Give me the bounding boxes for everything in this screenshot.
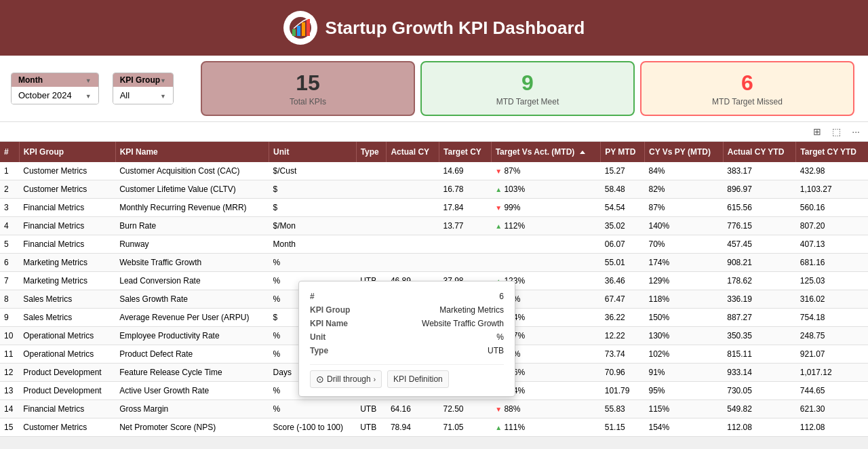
table-row[interactable]: 6 Marketing Metrics Website Traffic Grow… — [0, 254, 868, 272]
cell-py-mtd: 36.46 — [601, 272, 645, 290]
cell-cy-vs-py: 95% — [644, 382, 723, 400]
cell-py-mtd: 58.48 — [601, 180, 645, 199]
popup-kpi-name-value: Website Traffic Growth — [422, 319, 504, 328]
cell-actual-ytd: 730.05 — [723, 382, 796, 400]
cell-unit: % — [269, 254, 357, 272]
cell-kpi-name: Burn Rate — [115, 217, 269, 235]
table-row[interactable]: 14 Financial Metrics Gross Margin % UTB … — [0, 400, 868, 418]
kpi-group-value-chevron-icon — [160, 90, 166, 100]
cell-kpi-group: Marketing Metrics — [19, 272, 115, 290]
cell-kpi-group: Operational Metrics — [19, 345, 115, 364]
kpi-definition-label: KPI Definition — [393, 374, 443, 384]
cell-py-mtd: 36.22 — [601, 309, 645, 327]
cell-py-mtd: 67.47 — [601, 290, 645, 309]
cell-py-mtd: 70.96 — [601, 364, 645, 382]
cell-actual-ytd: 815.11 — [723, 345, 796, 364]
mtd-missed-label: MTD Target Missed — [655, 97, 840, 106]
popup-num-label: # — [310, 292, 315, 301]
cell-kpi-name: Net Promoter Score (NPS) — [115, 418, 269, 437]
cell-kpi-name: Feature Release Cycle Time — [115, 364, 269, 382]
cell-cy-vs-py: 82% — [644, 180, 723, 199]
cell-kpi-name: Gross Margin — [115, 400, 269, 418]
cell-kpi-name: Average Revenue Per User (ARPU) — [115, 309, 269, 327]
drill-through-button[interactable]: ⊙ Drill through › — [310, 370, 382, 388]
svg-rect-4 — [307, 19, 310, 36]
kpi-group-filter[interactable]: KPI Group All — [113, 73, 174, 104]
cell-target-vs-act: ▼ 87% — [491, 162, 601, 180]
table-row[interactable]: 2 Customer Metrics Customer Lifetime Val… — [0, 180, 868, 199]
cell-actual-ytd: 350.35 — [723, 327, 796, 345]
cell-unit: % — [269, 400, 357, 418]
cell-actual-ytd: 549.82 — [723, 400, 796, 418]
month-chevron-icon — [85, 75, 92, 85]
cell-type — [356, 180, 387, 199]
table-row[interactable]: 3 Financial Metrics Monthly Recurring Re… — [0, 199, 868, 217]
cell-py-mtd: 12.22 — [601, 327, 645, 345]
mtd-meet-number: 9 — [435, 71, 620, 96]
cell-cy-vs-py: 87% — [644, 199, 723, 217]
cell-cy-vs-py: 102% — [644, 345, 723, 364]
arrow-up-icon: ▲ — [495, 222, 502, 230]
col-target-ytd: Target CY YTD — [796, 142, 868, 162]
cell-target-vs-act — [491, 235, 601, 254]
cell-kpi-group: Product Development — [19, 382, 115, 400]
cell-kpi-group: Financial Metrics — [19, 235, 115, 254]
cell-target-ytd: 316.02 — [796, 290, 868, 309]
kpi-group-filter-value[interactable]: All — [113, 87, 173, 104]
cell-py-mtd: 55.01 — [601, 254, 645, 272]
cell-num: 8 — [0, 290, 19, 309]
cell-target-vs-act: ▼ 88% — [491, 400, 601, 418]
cell-kpi-group: Operational Metrics — [19, 327, 115, 345]
cell-target-ytd: 560.16 — [796, 199, 868, 217]
table-row[interactable]: 5 Financial Metrics Runway Month 06.07 7… — [0, 235, 868, 254]
col-type: Type — [356, 142, 387, 162]
arrow-up-icon: ▲ — [495, 186, 502, 193]
cell-target-cy — [439, 254, 492, 272]
arrow-up-icon: ▲ — [495, 424, 502, 431]
cell-kpi-group: Marketing Metrics — [19, 254, 115, 272]
cell-type — [356, 235, 387, 254]
cell-py-mtd: 35.02 — [601, 217, 645, 235]
cell-type: UTB — [356, 400, 387, 418]
cell-kpi-name: Monthly Recurring Revenue (MRR) — [115, 199, 269, 217]
cell-type — [356, 199, 387, 217]
popup-unit-row: Unit % — [310, 330, 504, 344]
mtd-missed-number: 6 — [655, 71, 840, 96]
drill-through-icon: ⊙ — [316, 374, 324, 385]
cell-actual-cy — [387, 180, 439, 199]
month-filter[interactable]: Month October 2024 — [11, 73, 99, 104]
cell-kpi-group: Sales Metrics — [19, 309, 115, 327]
controls-area: Month October 2024 KPI Group All 15 Tota… — [0, 56, 868, 122]
more-options-icon[interactable]: ··· — [849, 125, 863, 138]
cell-target-ytd: 621.30 — [796, 400, 868, 418]
cell-kpi-name: Website Traffic Growth — [115, 254, 269, 272]
kpi-definition-button[interactable]: KPI Definition — [387, 370, 449, 388]
table-row[interactable]: 1 Customer Metrics Customer Acquisition … — [0, 162, 868, 180]
col-unit: Unit — [269, 142, 357, 162]
popup-type-label: Type — [310, 346, 328, 355]
cell-py-mtd: 51.15 — [601, 418, 645, 437]
svg-rect-1 — [292, 29, 296, 36]
cell-unit: $ — [269, 199, 357, 217]
cell-target-ytd: 921.07 — [796, 345, 868, 364]
month-filter-value[interactable]: October 2024 — [12, 87, 98, 104]
cell-target-ytd: 407.13 — [796, 235, 868, 254]
table-row[interactable]: 4 Financial Metrics Burn Rate $/Mon 13.7… — [0, 217, 868, 235]
cell-target-vs-act: ▲ 103% — [491, 180, 601, 199]
export-icon[interactable]: ⬚ — [829, 125, 844, 138]
popup-type-value: UTB — [488, 346, 504, 355]
cell-target-ytd: 744.65 — [796, 382, 868, 400]
cell-num: 13 — [0, 382, 19, 400]
cell-kpi-group: Customer Metrics — [19, 180, 115, 199]
cell-actual-ytd: 112.08 — [723, 418, 796, 437]
cell-actual-ytd: 887.27 — [723, 309, 796, 327]
filter-icon[interactable]: ⊞ — [810, 125, 824, 138]
cell-kpi-group: Financial Metrics — [19, 400, 115, 418]
cell-num: 9 — [0, 309, 19, 327]
cell-target-ytd: 1,017.12 — [796, 364, 868, 382]
cell-target-ytd: 681.16 — [796, 254, 868, 272]
total-kpis-card: 15 Total KPIs — [201, 61, 415, 116]
cell-kpi-group: Sales Metrics — [19, 290, 115, 309]
table-row[interactable]: 15 Customer Metrics Net Promoter Score (… — [0, 418, 868, 437]
cell-py-mtd: 101.79 — [601, 382, 645, 400]
